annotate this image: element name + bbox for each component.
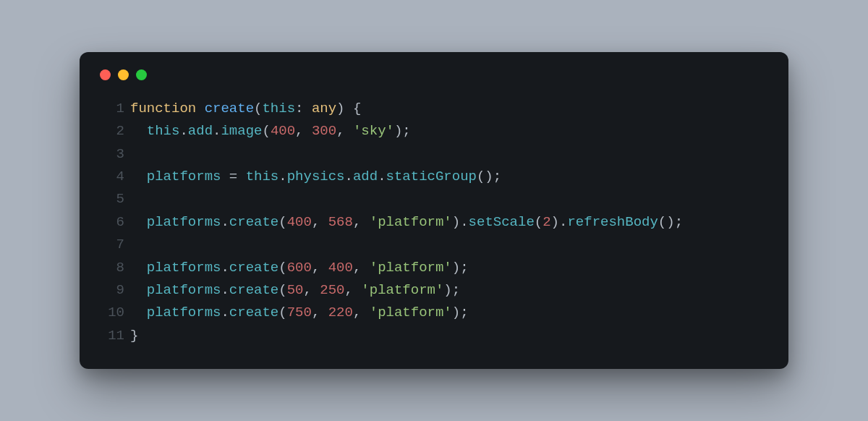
code-token: . xyxy=(221,282,229,298)
code-token: 'sky' xyxy=(353,123,394,139)
code-token: ). xyxy=(551,214,568,230)
code-token: : xyxy=(295,101,312,116)
code-token: platforms xyxy=(147,305,221,320)
line-content: function create(this: any) { xyxy=(130,98,768,120)
code-token: ); xyxy=(394,123,411,139)
code-token: 2 xyxy=(542,214,550,230)
code-token: platforms xyxy=(147,169,229,184)
line-content: platforms = this.physics.add.staticGroup… xyxy=(130,166,768,188)
code-token: physics xyxy=(287,169,345,184)
code-token: . xyxy=(345,169,353,184)
close-icon[interactable] xyxy=(100,69,111,80)
code-token: , xyxy=(312,214,328,230)
line-number: 2 xyxy=(100,120,130,143)
code-line: 2 this.add.image(400, 300, 'sky'); xyxy=(100,120,768,143)
code-line: 4 platforms = this.physics.add.staticGro… xyxy=(100,166,768,188)
code-token: ); xyxy=(452,260,469,276)
line-number: 11 xyxy=(100,325,130,347)
code-line: 8 platforms.create(600, 400, 'platform')… xyxy=(100,257,768,279)
code-token: add xyxy=(353,169,378,184)
code-token: ); xyxy=(443,282,460,298)
line-number: 4 xyxy=(100,166,130,188)
code-line: 3 xyxy=(100,143,768,166)
code-token: . xyxy=(278,169,286,184)
code-token: create xyxy=(229,305,278,320)
code-line: 11} xyxy=(100,325,768,347)
code-token: 'platform' xyxy=(370,260,452,276)
code-token: ); xyxy=(452,305,469,320)
line-number: 3 xyxy=(100,143,130,166)
code-token: platforms xyxy=(147,214,221,230)
code-token: , xyxy=(345,282,362,298)
code-token: add xyxy=(188,123,213,139)
code-block: 1function create(this: any) {2 this.add.… xyxy=(100,98,768,347)
code-token: 300 xyxy=(312,123,336,139)
code-token: create xyxy=(229,260,278,276)
code-line: 1function create(this: any) { xyxy=(100,98,768,120)
code-token: setScale xyxy=(469,214,535,230)
code-token: . xyxy=(221,305,229,320)
line-content xyxy=(130,234,768,256)
code-line: 5 xyxy=(100,188,768,210)
zoom-icon[interactable] xyxy=(136,69,147,80)
code-token xyxy=(130,169,147,184)
code-token: , xyxy=(336,123,353,139)
code-token: , xyxy=(312,305,328,320)
line-number: 1 xyxy=(100,98,130,120)
code-token: ( xyxy=(262,123,270,139)
code-token: 400 xyxy=(271,123,295,139)
code-token: 750 xyxy=(287,305,312,320)
code-token: create xyxy=(205,101,254,116)
line-content: } xyxy=(130,325,768,347)
code-token: . xyxy=(221,260,229,276)
code-token xyxy=(130,282,147,298)
code-token: 400 xyxy=(287,214,312,230)
code-token: ( xyxy=(278,305,286,320)
code-line: 6 platforms.create(400, 568, 'platform')… xyxy=(100,211,768,234)
code-token: create xyxy=(229,282,278,298)
code-token xyxy=(130,214,147,230)
line-content: platforms.create(400, 568, 'platform').s… xyxy=(130,211,768,234)
code-token: create xyxy=(229,214,278,230)
code-token: , xyxy=(303,282,320,298)
code-token: any xyxy=(312,101,336,116)
code-token: 600 xyxy=(287,260,312,276)
code-token: ). xyxy=(452,214,469,230)
code-token: } xyxy=(130,328,138,344)
code-token: = xyxy=(229,169,246,184)
code-token: staticGroup xyxy=(386,169,477,184)
code-token: . xyxy=(221,214,229,230)
code-token: , xyxy=(353,305,370,320)
code-line: 7 xyxy=(100,234,768,256)
code-line: 10 platforms.create(750, 220, 'platform'… xyxy=(100,302,768,324)
code-token: 'platform' xyxy=(361,282,443,298)
code-token xyxy=(130,123,147,139)
code-token: image xyxy=(221,123,262,139)
code-token: refreshBody xyxy=(567,214,658,230)
line-number: 7 xyxy=(100,234,130,256)
line-content xyxy=(130,143,768,166)
code-token: (); xyxy=(477,169,501,184)
code-token: ( xyxy=(278,282,286,298)
line-content: this.add.image(400, 300, 'sky'); xyxy=(130,120,768,143)
code-token: platforms xyxy=(147,282,221,298)
line-number: 8 xyxy=(100,257,130,279)
code-token xyxy=(130,305,147,320)
code-token: this xyxy=(246,169,279,184)
code-token: ( xyxy=(254,101,262,116)
line-number: 9 xyxy=(100,279,130,302)
code-token: . xyxy=(179,123,187,139)
line-content xyxy=(130,188,768,210)
code-token: 'platform' xyxy=(370,214,452,230)
code-line: 9 platforms.create(50, 250, 'platform'); xyxy=(100,279,768,302)
code-token: ( xyxy=(535,214,542,230)
code-token: . xyxy=(378,169,386,184)
code-token: 'platform' xyxy=(370,305,452,320)
code-token: , xyxy=(353,260,370,276)
minimize-icon[interactable] xyxy=(118,69,129,80)
line-number: 5 xyxy=(100,188,130,210)
window-traffic-lights xyxy=(100,69,768,80)
code-token xyxy=(130,260,147,276)
code-token: 568 xyxy=(328,214,353,230)
code-token: , xyxy=(353,214,370,230)
